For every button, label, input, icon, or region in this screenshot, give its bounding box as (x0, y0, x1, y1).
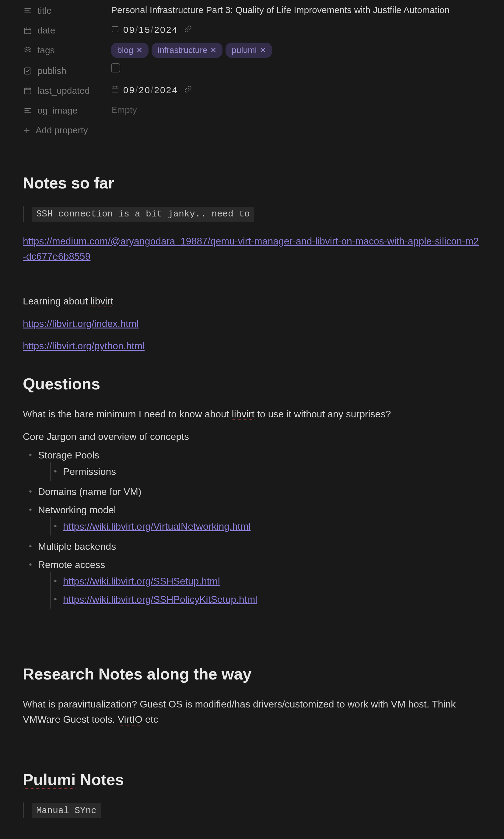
publish-checkbox[interactable] (111, 63, 120, 72)
paragraph-core-jargon[interactable]: Core Jargon and overview of concepts (23, 429, 481, 444)
property-name: title (37, 4, 52, 17)
property-name: tags (37, 43, 55, 57)
link-ssh-setup[interactable]: https://wiki.libvirt.org/SSHSetup.html (63, 576, 220, 587)
heading-notes[interactable]: Notes so far (23, 171, 481, 195)
text: What is (23, 699, 58, 710)
spellcheck-word: libvirt (232, 409, 255, 420)
svg-rect-0 (25, 28, 31, 34)
bullet-text: Networking model (38, 504, 116, 515)
tag-pulumi[interactable]: pulumi✕ (226, 42, 272, 58)
bullet-text: Storage Pools (38, 450, 99, 461)
property-value-last-updated[interactable]: 09/20/2024 (111, 83, 481, 97)
property-name: date (37, 23, 55, 37)
tag-label: pulumi (232, 44, 256, 57)
heading-questions[interactable]: Questions (23, 372, 481, 396)
spellcheck-word: paravirtualization (58, 699, 132, 710)
tag-label: blog (117, 44, 133, 57)
property-label-date[interactable]: date (23, 22, 111, 37)
code-text: Manual SYnc (32, 803, 101, 818)
add-property-button[interactable]: Add property (23, 120, 481, 141)
bullet-text: Multiple backends (38, 541, 116, 552)
property-value-publish (111, 63, 481, 72)
text: etc (142, 714, 158, 725)
tag-blog[interactable]: blog✕ (111, 42, 148, 58)
list-item[interactable]: Domains (name for VM) (29, 483, 481, 501)
bullet-text: Permissions (63, 466, 116, 477)
text-icon (23, 106, 33, 115)
list-item[interactable]: Permissions (54, 462, 481, 481)
link-icon[interactable] (182, 83, 192, 97)
property-value-og-image[interactable]: Empty (111, 102, 481, 117)
code-block-manual-sync[interactable]: Manual SYnc (23, 802, 481, 818)
bullet-text: Domains (name for VM) (38, 486, 142, 497)
property-row-publish: publish (23, 60, 481, 80)
heading-pulumi[interactable]: Pulumi Notes (23, 768, 481, 791)
close-icon[interactable]: ✕ (136, 45, 142, 56)
text: Notes (75, 771, 124, 788)
property-row-title: title Personal Infrastructure Part 3: Qu… (23, 0, 481, 20)
property-label-last-updated[interactable]: last_updated (23, 83, 111, 97)
svg-rect-1 (112, 26, 118, 32)
paragraph-research[interactable]: What is paravirtualization? Guest OS is … (23, 697, 481, 727)
code-text: SSH connection is a bit janky.. need to (32, 207, 254, 221)
link-virtual-networking[interactable]: https://wiki.libvirt.org/VirtualNetworki… (63, 521, 251, 532)
tags-icon (23, 46, 33, 55)
list-item[interactable]: Multiple backends (29, 537, 481, 556)
text-icon (23, 6, 33, 16)
calendar-icon (23, 86, 33, 95)
text: What is the bare minimum I need to know … (23, 409, 232, 420)
text: to use it without any surprises? (254, 409, 391, 420)
tag-infrastructure[interactable]: infrastructure✕ (151, 42, 222, 58)
property-row-og-image: og_image Empty (23, 100, 481, 120)
paragraph-learning[interactable]: Learning about libvirt (23, 294, 481, 309)
list-item[interactable]: Storage Pools Permissions (29, 446, 481, 483)
close-icon[interactable]: ✕ (260, 45, 266, 56)
link-libvirt-index[interactable]: https://libvirt.org/index.html (23, 318, 139, 329)
list-item[interactable]: Networking model https://wiki.libvirt.or… (29, 501, 481, 537)
list-item[interactable]: https://wiki.libvirt.org/SSHPolicyKitSet… (54, 590, 481, 609)
spellcheck-word: libvirt (90, 296, 113, 307)
date-text: 09/20/2024 (123, 83, 178, 97)
svg-rect-3 (25, 88, 31, 94)
property-label-og-image[interactable]: og_image (23, 102, 111, 117)
paragraph-question-1[interactable]: What is the bare minimum I need to know … (23, 407, 481, 422)
property-value-title[interactable]: Personal Infrastructure Part 3: Quality … (111, 2, 481, 17)
bullet-text: Remote access (38, 559, 105, 570)
property-label-publish[interactable]: publish (23, 63, 111, 78)
paragraph-link-libvirt-python[interactable]: https://libvirt.org/python.html (23, 339, 481, 354)
paragraph-link-libvirt-index[interactable]: https://libvirt.org/index.html (23, 316, 481, 332)
svg-rect-4 (112, 87, 118, 92)
property-value-date[interactable]: 09/15/2024 (111, 22, 481, 37)
link-icon[interactable] (182, 23, 192, 37)
property-name: publish (37, 64, 66, 78)
link-medium[interactable]: https://medium.com/@aryangodara_19887/qe… (23, 236, 479, 262)
properties-panel: title Personal Infrastructure Part 3: Qu… (23, 0, 481, 141)
link-libvirt-python[interactable]: https://libvirt.org/python.html (23, 340, 145, 351)
tag-label: infrastructure (158, 44, 207, 57)
heading-research[interactable]: Research Notes along the way (23, 662, 481, 686)
property-value-tags[interactable]: blog✕ infrastructure✕ pulumi✕ (111, 42, 481, 58)
bullet-list-core: Storage Pools Permissions Domains (name … (29, 446, 481, 610)
code-block-ssh[interactable]: SSH connection is a bit janky.. need to (23, 206, 481, 221)
calendar-small-icon (111, 83, 119, 97)
property-row-tags: tags blog✕ infrastructure✕ pulumi✕ (23, 40, 481, 60)
property-label-title[interactable]: title (23, 2, 111, 17)
checkbox-icon (23, 66, 33, 76)
spellcheck-word: Pulumi (23, 771, 75, 789)
spellcheck-word: VirtIO (118, 714, 142, 726)
close-icon[interactable]: ✕ (210, 45, 216, 56)
link-ssh-policykit[interactable]: https://wiki.libvirt.org/SSHPolicyKitSet… (63, 594, 257, 605)
list-item[interactable]: Remote access https://wiki.libvirt.org/S… (29, 556, 481, 610)
calendar-icon (23, 25, 33, 35)
calendar-small-icon (111, 23, 119, 37)
list-item[interactable]: https://wiki.libvirt.org/SSHSetup.html (54, 572, 481, 590)
paragraph-link-medium[interactable]: https://medium.com/@aryangodara_19887/qe… (23, 234, 481, 264)
date-text: 09/15/2024 (123, 23, 178, 37)
text: Learning about (23, 296, 90, 306)
property-name: last_updated (37, 84, 90, 97)
list-item[interactable]: https://wiki.libvirt.org/VirtualNetworki… (54, 517, 481, 535)
add-property-label: Add property (36, 123, 88, 137)
property-name: og_image (37, 104, 78, 117)
property-row-date: date 09/15/2024 (23, 20, 481, 40)
property-label-tags[interactable]: tags (23, 42, 111, 57)
